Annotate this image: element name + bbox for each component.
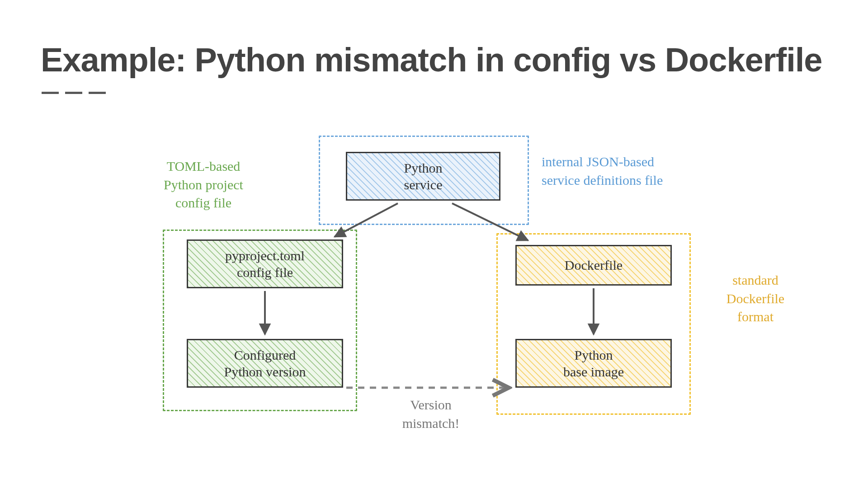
box-base-image: Pythonbase image bbox=[515, 339, 672, 388]
caption-docker: standardDockerfileformat bbox=[699, 271, 812, 326]
box-configured-version: ConfiguredPython version bbox=[187, 339, 343, 388]
box-pyproject: pyproject.tomlconfig file bbox=[187, 239, 343, 288]
box-python-service: Pythonservice bbox=[346, 152, 500, 201]
caption-toml: TOML-basedPython projectconfig file bbox=[136, 157, 271, 212]
caption-mismatch: Versionmismatch! bbox=[374, 396, 487, 432]
caption-json: internal JSON-basedservice definitions f… bbox=[542, 153, 750, 189]
box-dockerfile: Dockerfile bbox=[515, 245, 672, 286]
diagram-canvas: Pythonservice pyproject.tomlconfig file … bbox=[0, 0, 868, 488]
